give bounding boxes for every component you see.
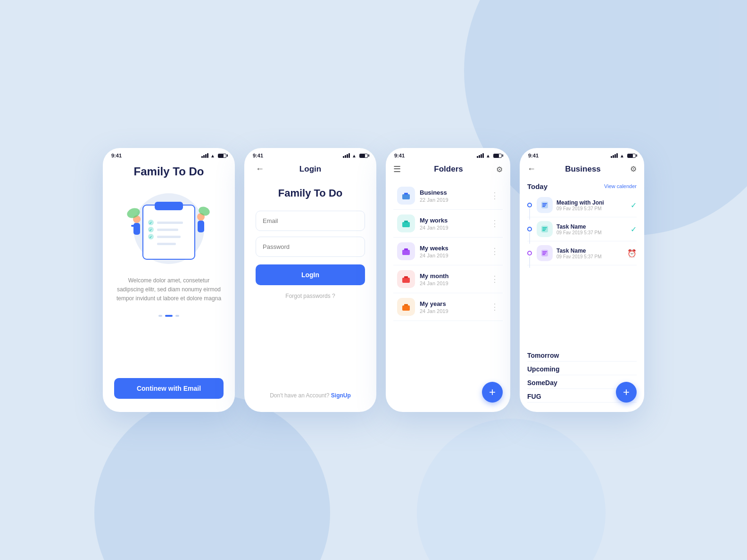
folder-date: 24 Jan 2019 — [420, 308, 490, 314]
add-task-button[interactable]: + — [616, 382, 637, 403]
svg-rect-5 — [157, 236, 181, 238]
task-name-1: Meating with Joni — [556, 199, 631, 206]
tomorrow-section: Tomorrow — [527, 348, 637, 362]
more-options-icon[interactable]: ⋮ — [490, 218, 499, 229]
wifi-icon-4: ▲ — [620, 153, 624, 158]
forgot-password-link[interactable]: Forgot passwords ? — [285, 293, 335, 299]
battery-icon-1 — [218, 154, 226, 158]
svg-rect-21 — [404, 193, 408, 195]
password-input[interactable] — [256, 237, 365, 257]
svg-rect-28 — [402, 305, 410, 311]
bg-decoration-2 — [94, 395, 330, 560]
signup-link[interactable]: SignUp — [331, 392, 351, 399]
svg-rect-6 — [157, 243, 176, 245]
login-content: ← Login Family To Do LogIn Forgot passwo… — [244, 160, 376, 410]
timeline-dot — [527, 227, 532, 231]
battery-icon-4 — [627, 154, 636, 158]
svg-rect-32 — [542, 205, 546, 206]
wifi-icon-3: ▲ — [486, 153, 490, 158]
folders-header: ☰ Folders ⚙ — [393, 164, 503, 174]
dot-1 — [158, 315, 162, 317]
more-options-icon[interactable]: ⋮ — [490, 302, 499, 312]
folder-info-mymonth: My month 24 Jan 2019 — [420, 272, 490, 286]
wifi-icon-1: ▲ — [210, 153, 215, 158]
svg-rect-20 — [402, 194, 410, 199]
folder-name: Business — [420, 189, 490, 196]
folder-icon-myworks — [397, 214, 415, 232]
folder-info-myyears: My years 24 Jan 2019 — [420, 300, 490, 314]
battery-icon-2 — [359, 154, 368, 158]
task-item[interactable]: Task Name 09 Fav 2019 5:37 PM ✓ — [527, 217, 637, 241]
signal-icon-4 — [611, 153, 618, 158]
splash-content: Family To Do ✓ ✓ ✓ — [103, 160, 235, 410]
status-time-1: 9:41 — [111, 153, 122, 158]
task-item[interactable]: Meating with Joni 09 Fav 2019 5:37 PM ✓ — [527, 193, 637, 217]
settings-icon[interactable]: ⚙ — [496, 165, 503, 174]
splash-illustration: ✓ ✓ ✓ — [117, 184, 221, 269]
task-name-3: Task Name — [556, 247, 627, 254]
login-app-title: Family To Do — [278, 187, 343, 199]
business-content: ← Business ⚙ Today View calender Meating… — [520, 160, 644, 410]
task-date-1: 09 Fav 2019 5:37 PM — [556, 206, 631, 211]
business-title: Business — [565, 165, 601, 174]
phone-splash: 9:41 ▲ Family To Do — [103, 148, 235, 412]
email-input[interactable] — [256, 211, 365, 231]
svg-text:✓: ✓ — [149, 235, 152, 239]
task-info-3: Task Name 09 Fav 2019 5:37 PM — [556, 247, 627, 259]
folder-name: My month — [420, 272, 490, 280]
more-options-icon[interactable]: ⋮ — [490, 246, 499, 256]
svg-rect-36 — [542, 229, 546, 230]
dot-2 — [165, 315, 173, 317]
status-icons-3: ▲ — [477, 153, 502, 158]
folder-date: 22 Jan 2019 — [420, 197, 490, 203]
svg-rect-23 — [404, 221, 408, 222]
business-header: ← Business ⚙ — [527, 164, 637, 174]
login-button[interactable]: LogIn — [256, 264, 365, 285]
status-time-2: 9:41 — [253, 153, 263, 158]
more-options-icon[interactable]: ⋮ — [490, 274, 499, 284]
task-item[interactable]: Task Name 09 Fav 2019 5:37 PM ⏰ — [527, 241, 637, 265]
folder-info-myweeks: My weeks 24 Jan 2019 — [420, 245, 490, 258]
back-button-business[interactable]: ← — [527, 164, 536, 174]
task-check-icon-1: ✓ — [631, 201, 637, 210]
folder-list: Business 22 Jan 2019 ⋮ My works 24 Jan 2… — [393, 182, 503, 403]
phone-folders: 9:41 ▲ ☰ Folders ⚙ — [386, 148, 510, 412]
folder-name: My years — [420, 300, 490, 307]
timeline-dot — [527, 251, 532, 255]
folder-item[interactable]: Business 22 Jan 2019 ⋮ — [393, 182, 503, 210]
svg-rect-4 — [157, 229, 178, 231]
status-icons-2: ▲ — [343, 153, 368, 158]
continue-button[interactable]: Continew with Email — [114, 378, 224, 399]
folder-item[interactable]: My month 24 Jan 2019 ⋮ — [393, 265, 503, 293]
folder-name: My weeks — [420, 245, 490, 252]
svg-rect-25 — [404, 248, 408, 250]
add-folder-button[interactable]: + — [482, 382, 503, 403]
folder-item[interactable]: My weeks 24 Jan 2019 ⋮ — [393, 238, 503, 265]
view-calendar-link[interactable]: View calender — [604, 183, 637, 189]
svg-rect-35 — [542, 227, 547, 228]
status-icons-4: ▲ — [611, 153, 636, 158]
signal-icon-2 — [343, 153, 350, 158]
svg-rect-40 — [542, 253, 546, 254]
task-info-1: Meating with Joni 09 Fav 2019 5:37 PM — [556, 199, 631, 211]
today-label: Today — [527, 182, 548, 190]
splash-description: Welcome dolor amet, consetetur sadipscin… — [114, 276, 224, 304]
folder-info-myworks: My works 24 Jan 2019 — [420, 217, 490, 231]
task-icon-1 — [537, 197, 553, 213]
folder-date: 24 Jan 2019 — [420, 280, 490, 286]
dot-3 — [175, 315, 179, 317]
folder-item[interactable]: My works 24 Jan 2019 ⋮ — [393, 210, 503, 238]
login-header-title: Login — [264, 165, 357, 174]
folder-item[interactable]: My years 24 Jan 2019 ⋮ — [393, 293, 503, 321]
task-clock-icon: ⏰ — [627, 249, 637, 258]
screens-container: 9:41 ▲ Family To Do — [103, 148, 644, 412]
back-button[interactable]: ← — [256, 164, 264, 174]
more-options-icon[interactable]: ⋮ — [490, 190, 499, 201]
task-check-icon-2: ✓ — [631, 225, 637, 234]
business-settings-icon[interactable]: ⚙ — [630, 165, 637, 173]
menu-icon[interactable]: ☰ — [393, 164, 401, 174]
status-bar-2: 9:41 ▲ — [244, 148, 376, 160]
folder-icon-myyears — [397, 298, 415, 316]
folder-icon-business — [397, 187, 415, 205]
svg-text:✓: ✓ — [149, 228, 152, 232]
